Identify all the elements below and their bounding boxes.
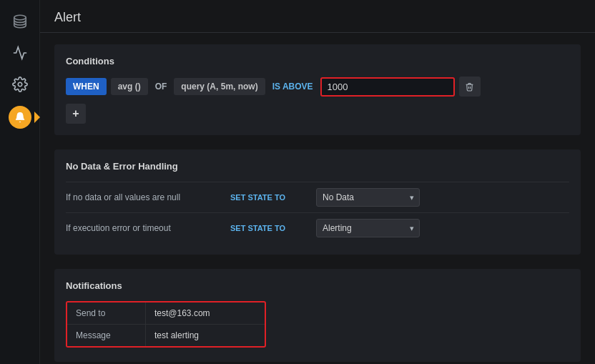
conditions-row: WHEN avg () OF query (A, 5m, now) IS ABO… xyxy=(66,77,569,97)
error-timeout-row: If execution error or timeout SET STATE … xyxy=(66,212,569,243)
notifications-section-title: Notifications xyxy=(66,280,569,291)
message-label: Message xyxy=(67,325,146,346)
no-data-set-state-label: SET STATE TO xyxy=(230,193,309,202)
sidebar-item-database[interactable] xyxy=(6,9,34,37)
send-to-row: Send to test@163.com xyxy=(67,302,265,324)
when-pill: WHEN xyxy=(66,78,107,95)
error-timeout-set-state-label: SET STATE TO xyxy=(230,224,309,232)
error-timeout-state-select[interactable]: Alerting No Data Keep Last State OK xyxy=(316,219,420,237)
send-to-label: Send to xyxy=(67,302,146,324)
message-row: Message test alerting xyxy=(67,324,265,346)
main-content: Alert Conditions WHEN avg () OF query (A… xyxy=(40,0,595,364)
notifications-section: Notifications Send to test@163.com Messa… xyxy=(54,269,581,362)
page-title: Alert xyxy=(40,0,595,33)
of-label: OF xyxy=(152,78,170,95)
content-area: Conditions WHEN avg () OF query (A, 5m, … xyxy=(40,33,595,364)
no-data-state-select[interactable]: No Data Alerting Keep Last State OK xyxy=(316,188,420,207)
no-data-dropdown-wrapper[interactable]: No Data Alerting Keep Last State OK xyxy=(316,188,420,207)
conditions-section: Conditions WHEN avg () OF query (A, 5m, … xyxy=(54,44,581,135)
message-value: test alerting xyxy=(146,325,207,346)
notifications-table: Send to test@163.com Message test alerti… xyxy=(66,301,266,348)
no-data-row: If no data or all values are null SET ST… xyxy=(66,182,569,212)
add-condition-button[interactable]: + xyxy=(66,104,86,124)
threshold-input[interactable] xyxy=(328,82,448,92)
error-timeout-condition: If execution error or timeout xyxy=(66,223,223,233)
conditions-section-title: Conditions xyxy=(66,56,569,67)
sidebar-item-alert[interactable] xyxy=(6,103,34,132)
error-timeout-dropdown-wrapper[interactable]: Alerting No Data Keep Last State OK xyxy=(316,219,420,237)
no-data-section-title: No Data & Error Handling xyxy=(66,161,569,172)
send-to-value: test@163.com xyxy=(146,302,219,324)
sidebar-item-chart[interactable] xyxy=(6,40,34,69)
avg-pill[interactable]: avg () xyxy=(111,78,148,95)
sidebar-active-arrow xyxy=(34,112,40,123)
delete-condition-button[interactable] xyxy=(459,77,481,97)
svg-point-0 xyxy=(14,15,26,19)
is-above-pill: IS ABOVE xyxy=(270,78,316,95)
threshold-input-wrapper[interactable] xyxy=(320,77,455,97)
query-pill[interactable]: query (A, 5m, now) xyxy=(174,78,265,95)
sidebar xyxy=(0,0,40,364)
svg-point-1 xyxy=(18,82,22,87)
no-data-error-section: No Data & Error Handling If no data or a… xyxy=(54,149,581,255)
no-data-condition: If no data or all values are null xyxy=(66,192,223,202)
sidebar-item-settings[interactable] xyxy=(6,72,34,100)
